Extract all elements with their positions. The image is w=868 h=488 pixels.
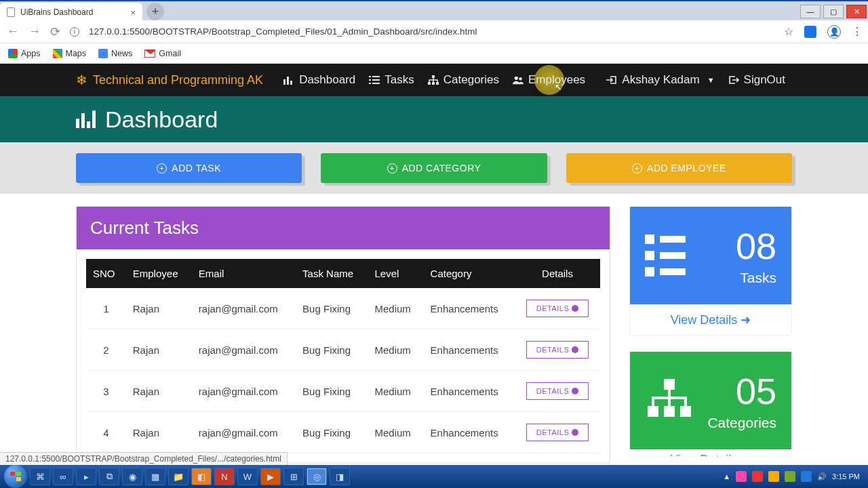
taskbar-icon[interactable]: ⌘ (30, 468, 50, 485)
svg-point-13 (515, 77, 518, 80)
back-button[interactable]: ← (7, 24, 19, 39)
cell-sno: 4 (86, 412, 126, 453)
window-maximize-button[interactable]: ▢ (823, 5, 844, 18)
users-icon (513, 75, 524, 85)
browser-menu-icon[interactable]: ⋮ (852, 25, 861, 38)
bookmark-gmail[interactable]: Gmail (144, 49, 181, 58)
tray-icon[interactable] (752, 471, 763, 482)
nav-signout[interactable]: SignOut (728, 73, 785, 87)
tray-volume-icon[interactable]: 🔊 (817, 472, 827, 481)
chart-icon (283, 75, 294, 85)
taskbar-icon[interactable]: ◧ (191, 468, 212, 485)
svg-rect-3 (369, 76, 371, 77)
details-button[interactable]: DETAILS (526, 341, 589, 359)
page-header: Dashboard (0, 96, 868, 142)
extension-icon[interactable] (804, 26, 816, 38)
tray-icon[interactable] (785, 471, 795, 482)
tasks-view-details-link[interactable]: View Details ➜ (630, 304, 791, 336)
close-tab-icon[interactable]: × (130, 7, 136, 18)
nav-dashboard[interactable]: Dashboard (283, 73, 355, 87)
svg-rect-7 (369, 83, 371, 84)
taskbar-folder-icon[interactable]: 📁 (168, 468, 189, 485)
add-employee-button[interactable]: +ADD EMPLOYEE (566, 153, 792, 183)
details-button[interactable]: DETAILS (526, 382, 589, 400)
taskbar-icon[interactable]: ▦ (145, 468, 165, 485)
details-button[interactable]: DETAILS (526, 300, 589, 317)
profile-avatar-icon[interactable]: 👤 (827, 25, 841, 39)
add-category-button[interactable]: +ADD CATEGORY (321, 153, 547, 183)
list-icon (369, 75, 380, 85)
cell-employee: Rajan (126, 371, 192, 412)
browser-tab[interactable]: UiBrains Dashboard × (0, 3, 142, 22)
forward-button[interactable]: → (28, 24, 41, 39)
svg-rect-10 (428, 82, 431, 85)
details-button[interactable]: DETAILS (526, 424, 589, 441)
cell-task: Bug Fixing (296, 412, 368, 453)
app-navbar: ❄ Technical and Programming AK Dashboard… (0, 64, 868, 96)
snowflake-icon: ❄ (76, 72, 87, 88)
cell-email: rajan@gmail.com (192, 371, 296, 412)
svg-rect-8 (372, 83, 380, 84)
bookmark-maps[interactable]: Maps (53, 49, 87, 58)
cell-category: Enhancements (424, 371, 515, 412)
svg-rect-9 (432, 75, 435, 78)
address-input[interactable]: 127.0.0.1:5500/BOOTSTRAP/Bootstrap_Compl… (89, 26, 774, 37)
svg-rect-1 (287, 77, 289, 85)
taskbar-icon[interactable]: ▸ (76, 468, 96, 485)
taskbar-icon[interactable]: ⊞ (283, 468, 304, 485)
taskbar-chrome-icon[interactable]: ◎ (307, 468, 327, 485)
start-button[interactable] (4, 465, 27, 488)
nav-categories[interactable]: Categories (428, 73, 499, 87)
taskbar-icon[interactable]: ▶ (260, 468, 281, 485)
bookmark-news[interactable]: News (98, 49, 132, 58)
tray-icon[interactable] (768, 471, 779, 482)
svg-rect-6 (372, 79, 380, 81)
cell-email: rajan@gmail.com (192, 329, 296, 371)
bookmark-apps[interactable]: Apps (8, 49, 41, 58)
main-content: Current Tasks SNO Employee Email Task Na… (0, 194, 868, 476)
bookmark-star-icon[interactable]: ☆ (784, 25, 793, 38)
taskbar-icon[interactable]: W (237, 468, 258, 485)
window-close-button[interactable]: ✕ (846, 5, 867, 18)
cell-task: Bug Fixing (296, 329, 368, 371)
cell-email: rajan@gmail.com (192, 412, 296, 453)
stat-card-categories: 05 Categories View Details ➜ (629, 351, 792, 457)
tray-icon[interactable] (736, 471, 747, 482)
nav-user-menu[interactable]: Akshay Kadam ▼ (606, 73, 714, 87)
svg-rect-2 (290, 81, 292, 85)
taskbar-icon[interactable]: ⧉ (99, 468, 119, 485)
add-task-button[interactable]: +ADD TASK (76, 153, 302, 183)
reload-button[interactable]: ⟳ (50, 24, 60, 39)
svg-rect-11 (432, 82, 435, 85)
brand[interactable]: ❄ Technical and Programming AK (76, 72, 263, 88)
windows-taskbar: ⌘ ∞ ▸ ⧉ ◉ ▦ 📁 ◧ N W ▶ ⊞ ◎ ◨ ▲ 🔊 3:15 PM (0, 465, 868, 488)
svg-rect-4 (372, 76, 380, 77)
svg-rect-18 (680, 406, 691, 417)
taskbar-icon[interactable]: ◉ (122, 468, 142, 485)
cell-employee: Rajan (126, 329, 192, 371)
window-minimize-button[interactable]: — (800, 5, 821, 18)
nav-tasks[interactable]: Tasks (369, 73, 414, 87)
tasks-table: SNO Employee Email Task Name Level Categ… (86, 259, 600, 453)
gmail-icon (144, 49, 155, 58)
categories-view-details-link[interactable]: View Details ➜ (630, 449, 791, 456)
categories-tree-icon (645, 378, 694, 424)
svg-point-14 (519, 77, 521, 80)
nav-employees[interactable]: Employees ↖ (513, 73, 585, 87)
taskbar-icon[interactable]: N (214, 468, 235, 485)
stat-card-tasks: 08 Tasks View Details ➜ (629, 206, 792, 336)
tray-clock[interactable]: 3:15 PM (832, 472, 860, 481)
taskbar-icon[interactable]: ◨ (330, 468, 350, 485)
logout-icon (728, 75, 739, 85)
cell-details: DETAILS (515, 371, 600, 412)
maps-icon (53, 49, 62, 58)
plus-circle-icon: + (157, 163, 167, 174)
site-info-icon[interactable]: i (70, 27, 79, 37)
taskbar-icon[interactable]: ∞ (53, 468, 73, 485)
new-tab-button[interactable]: + (146, 3, 164, 20)
svg-rect-17 (664, 406, 675, 417)
cell-details: DETAILS (515, 412, 600, 453)
tray-show-hidden-icon[interactable]: ▲ (723, 472, 730, 481)
tray-icon[interactable] (801, 471, 812, 482)
cell-level: Medium (368, 288, 423, 329)
